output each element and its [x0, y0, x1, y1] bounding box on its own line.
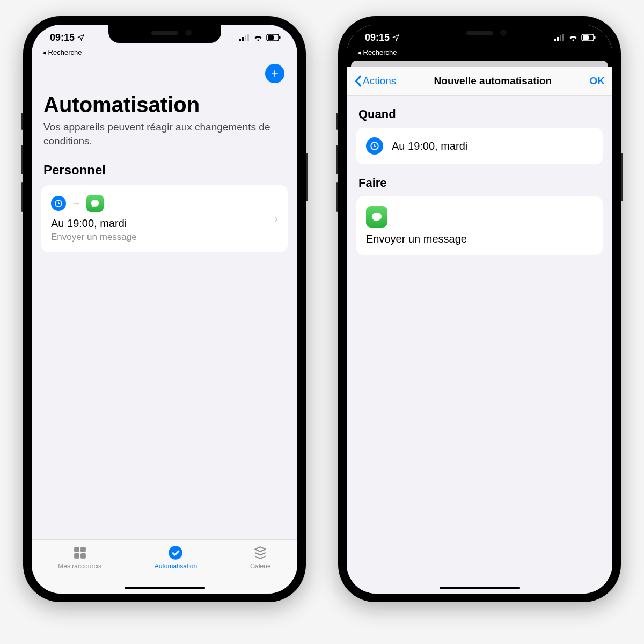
svg-rect-0: [239, 39, 241, 41]
status-time: 09:15: [365, 32, 390, 43]
svg-point-12: [169, 546, 183, 560]
tab-gallery[interactable]: Galerie: [250, 545, 271, 570]
automation-row[interactable]: → Au 19:00, mardi Envoyer un message ›: [41, 185, 288, 252]
messages-icon: [366, 206, 387, 228]
automation-tab-icon: [167, 545, 184, 560]
nav-bar: Actions Nouvelle automatisation OK: [347, 67, 612, 96]
svg-rect-9: [80, 547, 86, 552]
status-time: 09:15: [50, 32, 75, 43]
svg-rect-19: [594, 36, 596, 39]
do-card[interactable]: Envoyer un message: [356, 196, 603, 255]
back-to-app[interactable]: ◂ Recherche: [347, 48, 612, 60]
tab-label: Galerie: [250, 562, 271, 570]
svg-rect-2: [245, 35, 246, 41]
cellular-icon: [554, 34, 565, 41]
tab-bar: Mes raccourcis Automatisation Galerie: [32, 539, 297, 594]
location-icon: [77, 34, 85, 41]
svg-rect-11: [80, 553, 86, 559]
page-subtitle: Vos appareils peuvent réagir aux changem…: [43, 120, 286, 148]
nav-back-button[interactable]: Actions: [354, 75, 396, 87]
phone-left: 09:15: [23, 16, 306, 602]
automation-subtitle: Envoyer un message: [51, 232, 274, 243]
plus-icon: [269, 68, 280, 79]
notch: [108, 25, 221, 43]
when-text: Au 19:00, mardi: [392, 140, 467, 152]
messages-icon: [86, 195, 104, 212]
chevron-right-icon: ›: [274, 212, 278, 226]
nav-ok-button[interactable]: OK: [589, 75, 605, 87]
section-personal: Personnel: [43, 163, 286, 178]
svg-rect-18: [583, 35, 589, 40]
svg-rect-16: [562, 34, 564, 41]
clock-icon: [51, 196, 66, 211]
svg-rect-1: [242, 37, 244, 41]
tab-automation[interactable]: Automatisation: [155, 545, 197, 570]
tab-label: Automatisation: [155, 562, 197, 570]
battery-icon: [581, 34, 596, 41]
automation-title: Au 19:00, mardi: [51, 217, 274, 230]
cellular-icon: [239, 34, 250, 41]
nav-back-label: Actions: [363, 75, 396, 87]
section-do: Faire: [358, 176, 601, 190]
tab-shortcuts[interactable]: Mes raccourcis: [58, 545, 101, 570]
wifi-icon: [568, 34, 578, 41]
home-indicator[interactable]: [125, 587, 205, 589]
page-title: Automatisation: [43, 93, 286, 117]
svg-rect-15: [560, 35, 561, 41]
do-text: Envoyer un message: [366, 233, 467, 245]
svg-rect-8: [74, 547, 79, 552]
svg-rect-6: [279, 36, 281, 39]
sheet-behind: [351, 61, 608, 67]
gallery-icon: [252, 545, 268, 560]
svg-rect-5: [268, 35, 274, 40]
clock-icon: [366, 137, 383, 155]
phone-right: 09:15: [338, 16, 621, 602]
battery-icon: [266, 34, 281, 41]
svg-rect-14: [557, 37, 559, 41]
svg-rect-3: [247, 34, 249, 41]
arrow-right-icon: →: [71, 198, 81, 209]
nav-title: Nouvelle automatisation: [434, 75, 552, 87]
chevron-left-icon: [354, 75, 362, 87]
tab-label: Mes raccourcis: [58, 562, 101, 570]
svg-rect-13: [554, 39, 556, 41]
grid-icon: [72, 545, 88, 560]
home-indicator[interactable]: [440, 587, 520, 589]
notch: [423, 25, 536, 43]
when-card[interactable]: Au 19:00, mardi: [356, 128, 603, 164]
svg-rect-10: [74, 553, 79, 559]
location-icon: [392, 34, 400, 41]
add-automation-button[interactable]: [265, 64, 284, 83]
back-to-app[interactable]: ◂ Recherche: [32, 48, 297, 57]
section-when: Quand: [358, 107, 601, 121]
wifi-icon: [253, 34, 263, 41]
